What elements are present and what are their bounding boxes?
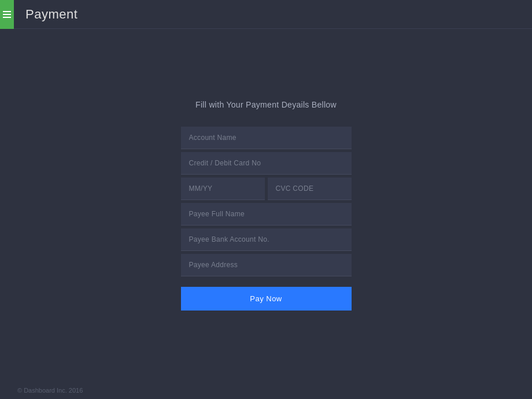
- form-subtitle: Fill with Your Payment Deyails Bellow: [195, 100, 337, 109]
- mm-yy-input[interactable]: [181, 178, 265, 200]
- payment-form-container: Fill with Your Payment Deyails Bellow Pa…: [181, 100, 352, 311]
- payee-full-name-input[interactable]: [181, 203, 352, 226]
- header: Payment: [14, 0, 532, 29]
- form-fields: [181, 127, 352, 276]
- footer-text: © Dashboard Inc. 2016: [17, 387, 83, 394]
- main-content: Fill with Your Payment Deyails Bellow Pa…: [0, 29, 532, 382]
- pay-now-button[interactable]: Pay Now: [181, 287, 352, 311]
- menu-icon: [3, 14, 11, 15]
- account-name-input[interactable]: [181, 127, 352, 149]
- card-number-input[interactable]: [181, 152, 352, 175]
- expiry-cvc-row: [181, 178, 352, 200]
- footer: © Dashboard Inc. 2016: [0, 382, 532, 399]
- payee-bank-account-input[interactable]: [181, 228, 352, 251]
- sidebar-toggle-button[interactable]: [0, 0, 14, 29]
- payee-address-input[interactable]: [181, 254, 352, 276]
- cvc-code-input[interactable]: [268, 178, 352, 200]
- page-title: Payment: [25, 7, 77, 22]
